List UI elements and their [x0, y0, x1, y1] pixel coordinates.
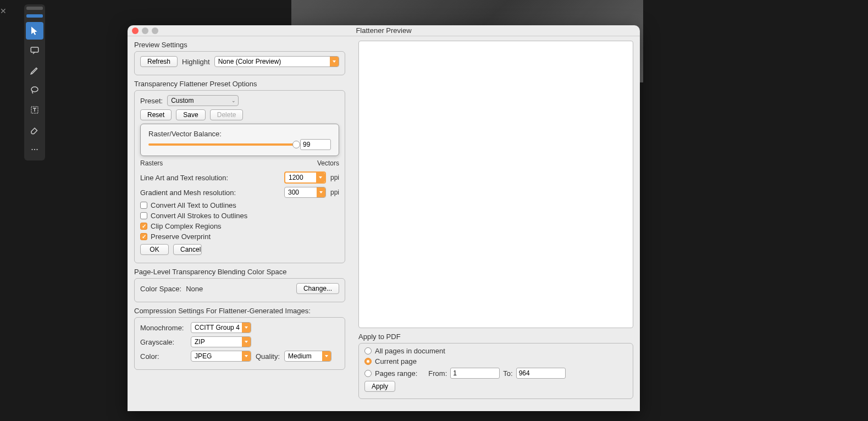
- settings-pane: Preview Settings Refresh Highlight None …: [128, 36, 352, 411]
- chevron-down-icon: [242, 337, 251, 347]
- color-space-label: Color Space:: [140, 285, 181, 293]
- pages-range-label: Pages range:: [375, 369, 417, 378]
- ok-button[interactable]: OK: [140, 244, 169, 255]
- monochrome-dropdown[interactable]: CCITT Group 4: [191, 322, 251, 333]
- quality-value: Medium: [288, 352, 312, 360]
- chevron-down-icon: [242, 323, 251, 333]
- flattener-preview-dialog: Flattener Preview Preview Settings Refre…: [128, 25, 640, 411]
- pencil-tool[interactable]: [26, 62, 43, 79]
- comment-tool[interactable]: [26, 42, 43, 59]
- to-input[interactable]: [516, 368, 566, 379]
- all-pages-label: All pages in document: [375, 347, 445, 355]
- svg-point-1: [31, 87, 38, 92]
- eraser-icon: [30, 125, 40, 135]
- apply-button[interactable]: Apply: [364, 381, 395, 392]
- preset-label: Preset:: [140, 97, 163, 105]
- color-label: Color:: [140, 352, 186, 361]
- chevron-down-icon: [316, 173, 325, 182]
- chevron-down-icon: [322, 351, 331, 361]
- quality-dropdown[interactable]: Medium: [284, 351, 331, 362]
- line-art-value: 1200: [289, 174, 303, 181]
- chevron-down-icon: ⌄: [231, 98, 236, 103]
- highlight-value: None (Color Preview): [218, 58, 281, 65]
- ppi-unit: ppi: [330, 174, 339, 181]
- pages-range-radio[interactable]: [364, 370, 372, 377]
- window-maximize[interactable]: [152, 27, 158, 34]
- preserve-overprint-label: Preserve Overprint: [151, 232, 211, 241]
- current-page-label: Current page: [375, 357, 417, 365]
- eraser-tool[interactable]: [26, 121, 43, 139]
- svg-rect-0: [31, 47, 38, 52]
- preview-settings-heading: Preview Settings: [134, 41, 345, 49]
- toolbar-tab[interactable]: [26, 7, 43, 10]
- grayscale-dropdown[interactable]: ZIP: [191, 336, 251, 347]
- toolbar-tab-active[interactable]: [26, 14, 43, 18]
- text-tool[interactable]: [26, 101, 43, 119]
- convert-text-checkbox[interactable]: [140, 202, 147, 209]
- chevron-down-icon: [317, 187, 325, 197]
- apply-pdf-heading: Apply to PDF: [358, 333, 633, 341]
- convert-text-label: Convert All Text to Outlines: [151, 201, 236, 209]
- monochrome-value: CCITT Group 4: [195, 324, 240, 331]
- pencil-icon: [30, 65, 40, 75]
- more-tools[interactable]: [26, 141, 43, 158]
- clip-complex-checkbox[interactable]: [140, 223, 147, 230]
- color-dropdown[interactable]: JPEG: [191, 351, 251, 362]
- clip-complex-label: Clip Complex Regions: [151, 222, 222, 230]
- preset-value: Custom: [171, 97, 193, 104]
- change-button[interactable]: Change...: [296, 283, 339, 294]
- ppi-unit: ppi: [330, 189, 339, 196]
- gradient-dropdown[interactable]: 300: [284, 187, 326, 198]
- window-minimize[interactable]: [142, 27, 148, 34]
- line-art-label: Line Art and Text resolution:: [140, 174, 280, 182]
- reset-button[interactable]: Reset: [140, 109, 172, 120]
- more-icon: [30, 145, 40, 154]
- preset-dropdown[interactable]: Custom ⌄: [167, 95, 239, 106]
- convert-strokes-checkbox[interactable]: [140, 212, 147, 219]
- highlight-label: Highlight: [182, 58, 210, 66]
- vectors-label: Vectors: [317, 159, 339, 167]
- save-button[interactable]: Save: [176, 109, 205, 120]
- transparency-heading: Transparency Flattener Preset Options: [134, 80, 345, 88]
- close-icon[interactable]: ✕: [0, 7, 7, 15]
- line-art-dropdown[interactable]: 1200: [284, 171, 326, 184]
- highlight-dropdown[interactable]: None (Color Preview): [214, 56, 339, 67]
- selection-tool[interactable]: [26, 22, 43, 40]
- delete-button[interactable]: Delete: [210, 109, 244, 120]
- chevron-down-icon: [242, 351, 251, 361]
- balance-slider[interactable]: [148, 143, 300, 146]
- svg-point-4: [34, 149, 35, 150]
- from-input[interactable]: [450, 368, 500, 379]
- raster-vector-balance-popup: Raster/Vector Balance:: [140, 124, 339, 156]
- cancel-button[interactable]: Cancel: [173, 244, 202, 255]
- slider-thumb[interactable]: [292, 141, 300, 148]
- color-space-value: None: [186, 285, 203, 293]
- preview-canvas: [358, 41, 633, 328]
- vertical-toolbar: [24, 4, 45, 160]
- svg-point-3: [31, 149, 32, 150]
- convert-strokes-label: Convert All Strokes to Outlines: [151, 212, 247, 220]
- chevron-down-icon: [330, 57, 339, 67]
- rasters-label: Rasters: [140, 159, 163, 167]
- balance-input[interactable]: [300, 139, 331, 150]
- monochrome-label: Monochrome:: [140, 324, 186, 332]
- preserve-overprint-checkbox[interactable]: [140, 233, 147, 240]
- gradient-label: Gradient and Mesh resolution:: [140, 189, 280, 197]
- color-value: JPEG: [195, 352, 212, 360]
- text-icon: [30, 105, 40, 115]
- refresh-button[interactable]: Refresh: [140, 56, 178, 67]
- all-pages-radio[interactable]: [364, 347, 372, 354]
- comment-icon: [30, 46, 40, 56]
- preview-pane: Apply to PDF All pages in document Curre…: [352, 36, 640, 411]
- page-level-heading: Page-Level Transparency Blending Color S…: [134, 268, 345, 276]
- current-page-radio[interactable]: [364, 358, 372, 365]
- dialog-title: Flattener Preview: [132, 26, 635, 35]
- lasso-icon: [30, 85, 40, 95]
- window-close[interactable]: [132, 27, 139, 34]
- compression-heading: Compression Settings For Flattener-Gener…: [134, 307, 345, 315]
- svg-point-5: [36, 149, 37, 150]
- dialog-titlebar: Flattener Preview: [128, 25, 640, 36]
- window-controls: [132, 27, 158, 34]
- balance-label: Raster/Vector Balance:: [148, 130, 331, 138]
- lasso-tool[interactable]: [26, 81, 43, 99]
